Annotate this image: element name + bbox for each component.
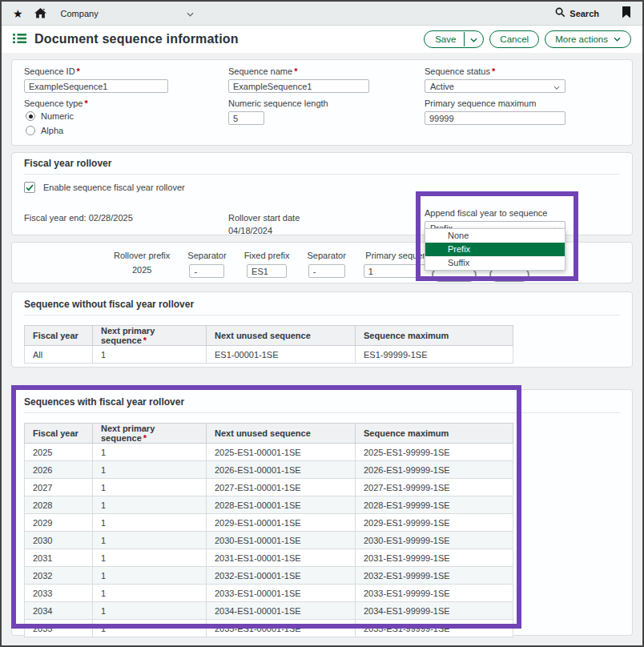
sequence-without-rollover-table: Fiscal year Next primary sequence* Next …: [24, 325, 513, 364]
sequence-without-rollover-title: Sequence without fiscal year rollover: [24, 299, 620, 311]
numeric-sequence-length-input[interactable]: [228, 111, 264, 125]
column-header: Fiscal year: [25, 424, 93, 444]
table-cell: 2027-ES1-99999-1SE: [356, 479, 513, 496]
primary-sequence-maximum-input[interactable]: [425, 111, 566, 125]
chevron-down-icon: [470, 34, 477, 44]
table-cell: 2026: [25, 461, 93, 479]
rollover-prefix-value: 2025: [132, 265, 151, 275]
required-asterisk: *: [294, 66, 297, 76]
dropdown-option-none[interactable]: None: [425, 229, 565, 243]
radio-selected-icon[interactable]: [26, 111, 35, 121]
sequence-status-label: Sequence status*: [425, 66, 620, 76]
sequences-with-rollover-table: Fiscal year Next primary sequence* Next …: [24, 423, 513, 637]
required-asterisk: *: [84, 98, 87, 108]
fiscal-year-end-text: Fiscal year end: 02/28/2025: [24, 202, 228, 235]
table-cell: 2027: [25, 479, 93, 496]
required-asterisk: *: [77, 66, 80, 76]
table-row: 202912029-ES1-00001-1SE2029-ES1-99999-1S…: [25, 514, 513, 532]
divider: [24, 174, 620, 175]
column-header: Next primary sequence*: [93, 326, 207, 346]
column-header: Next primary sequence*: [93, 424, 207, 444]
fixed-prefix-input[interactable]: [247, 264, 287, 278]
radio-option-numeric[interactable]: Numeric: [26, 111, 228, 121]
enable-rollover-checkbox[interactable]: [24, 182, 35, 193]
sequence-details-card: Sequence ID* Sequence name* Sequence sta…: [11, 59, 633, 146]
separator-input-2[interactable]: [308, 264, 345, 278]
table-row: 202812028-ES1-00001-1SE2028-ES1-99999-1S…: [25, 496, 513, 514]
cancel-button[interactable]: Cancel: [489, 30, 539, 48]
table-cell: 2031-ES1-00001-1SE: [207, 549, 356, 567]
sequences-with-rollover-card: Sequences with fiscal year rollover Fisc…: [11, 389, 633, 636]
table-cell: 1: [93, 346, 207, 364]
table-cell: 1: [93, 461, 207, 479]
dropdown-option-suffix[interactable]: Suffix: [425, 256, 565, 270]
rollover-start-date-label: Rollover start date: [228, 213, 425, 223]
table-cell: 1: [93, 514, 207, 532]
column-header: Sequence maximum: [356, 326, 513, 346]
radio-unselected-icon[interactable]: [26, 126, 35, 135]
sequence-id-label: Sequence ID*: [24, 66, 228, 76]
app-window: ★ Company Search: [0, 0, 644, 647]
cancel-button-label: Cancel: [500, 34, 529, 44]
company-menu[interactable]: Company: [61, 9, 194, 18]
table-cell: 1: [93, 567, 207, 585]
separator-label: Separator: [187, 251, 226, 260]
more-actions-button[interactable]: More actions: [545, 30, 631, 48]
sequence-name-input[interactable]: [228, 79, 369, 93]
table-cell: 2035: [25, 620, 93, 637]
enable-rollover-label: Enable sequence fiscal year rollover: [43, 183, 185, 192]
fiscal-year-rollover-title: Fiscal year rollover: [24, 158, 620, 170]
table-row: 203112031-ES1-00001-1SE2031-ES1-99999-1S…: [25, 549, 513, 567]
favorites-star-icon[interactable]: ★: [13, 7, 23, 20]
radio-option-alpha[interactable]: Alpha: [26, 126, 228, 135]
table-cell: 1: [93, 496, 207, 514]
table-cell: 2031: [25, 549, 93, 567]
separator-label: Separator: [307, 251, 345, 260]
table-cell: 2034: [25, 602, 93, 620]
table-cell: 2033: [25, 585, 93, 602]
top-navigation-bar: ★ Company Search: [2, 2, 642, 26]
chevron-down-icon: [614, 37, 621, 42]
table-cell: 2028-ES1-00001-1SE: [207, 496, 356, 514]
table-cell: 2025: [25, 444, 93, 461]
table-row: 202612026-ES1-00001-1SE2026-ES1-99999-1S…: [25, 461, 513, 479]
search-icon: [555, 7, 566, 19]
table-row: 203012030-ES1-00001-1SE2030-ES1-99999-1S…: [25, 532, 513, 549]
table-cell: ES1-00001-1SE: [207, 346, 356, 364]
column-header: Next unused sequence: [207, 424, 356, 444]
save-dropdown-button[interactable]: [464, 32, 483, 46]
sequence-id-input[interactable]: [24, 79, 168, 93]
dropdown-option-prefix[interactable]: Prefix: [425, 243, 565, 256]
table-header-row: Fiscal year Next primary sequence* Next …: [25, 424, 513, 444]
divider: [24, 315, 620, 315]
home-icon[interactable]: [34, 8, 46, 18]
table-cell: 2026-ES1-00001-1SE: [207, 461, 356, 479]
table-cell: 2032-ES1-00001-1SE: [207, 567, 356, 585]
sequence-name-label: Sequence name*: [228, 66, 425, 76]
page-title: Document sequence information: [34, 32, 239, 46]
divider: [24, 412, 620, 413]
table-cell: 2030-ES1-99999-1SE: [356, 532, 513, 549]
table-cell: 1: [93, 444, 207, 461]
save-button-label[interactable]: Save: [425, 34, 464, 44]
separator-input-1[interactable]: [189, 264, 224, 278]
table-cell: 1: [93, 620, 207, 637]
table-cell: 2025-ES1-00001-1SE: [207, 444, 356, 461]
sequence-type-label: Sequence type*: [24, 98, 228, 108]
sequence-status-value: Active: [430, 82, 454, 91]
list-menu-icon[interactable]: [13, 33, 26, 46]
table-cell: 2029-ES1-99999-1SE: [356, 514, 513, 532]
radio-numeric-label: Numeric: [41, 111, 74, 121]
table-row: 203212032-ES1-00001-1SE2032-ES1-99999-1S…: [25, 567, 513, 585]
numeric-sequence-length-label: Numeric sequence length: [228, 98, 425, 108]
bookmark-icon[interactable]: [622, 6, 631, 20]
save-button[interactable]: Save: [424, 30, 484, 48]
table-cell: 2029-ES1-00001-1SE: [207, 514, 356, 532]
table-cell: 2035-ES1-00001-1SE: [207, 620, 356, 637]
search-button[interactable]: Search: [555, 7, 599, 19]
sequence-status-select[interactable]: Active: [425, 79, 566, 93]
fixed-prefix-label: Fixed prefix: [244, 251, 290, 260]
fiscal-year-rollover-card: Fiscal year rollover Enable sequence fis…: [11, 152, 633, 235]
table-cell: 2025-ES1-99999-1SE: [356, 444, 513, 461]
table-cell: 2035-ES1-99999-1SE: [356, 620, 513, 637]
